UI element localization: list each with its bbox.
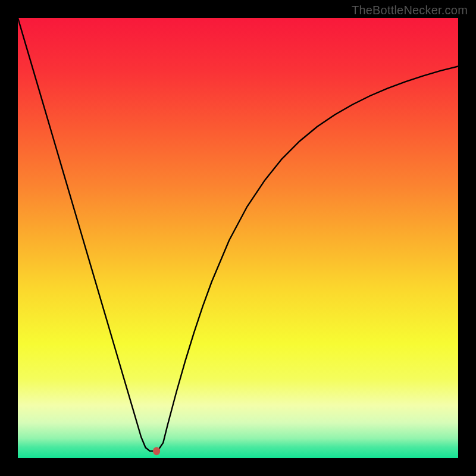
plot-area <box>18 18 458 458</box>
gradient-bg <box>18 18 458 458</box>
chart-frame: TheBottleNecker.com <box>0 0 476 476</box>
watermark-text: TheBottleNecker.com <box>352 4 468 17</box>
chart-svg <box>18 18 458 458</box>
optimal-point-marker <box>153 447 160 455</box>
